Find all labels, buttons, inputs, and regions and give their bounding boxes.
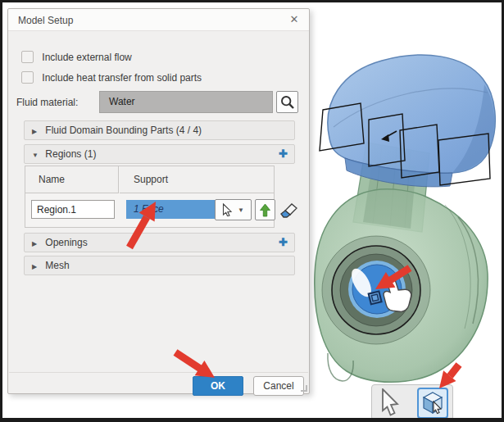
pointer-tool-icon[interactable] — [379, 388, 401, 416]
section-openings[interactable]: ▶ Openings ✚ — [24, 233, 295, 252]
section-label: Fluid Domain Bounding Parts (4 / 4) — [45, 125, 202, 136]
selection-mode-toolbar — [371, 384, 453, 420]
chevron-right-icon: ▶ — [32, 123, 43, 141]
chevron-right-icon: ▶ — [32, 235, 43, 253]
dialog-titlebar[interactable]: Model Setup ✕ — [8, 9, 309, 31]
checkbox-label: Include external flow — [42, 52, 131, 63]
chevron-down-icon: ▼ — [238, 206, 244, 214]
close-icon[interactable]: ✕ — [287, 12, 302, 27]
fluid-material-label: Fluid material: — [16, 97, 78, 108]
dialog-title: Model Setup — [18, 15, 73, 26]
select-body-tool-button[interactable] — [417, 388, 448, 419]
region-support-value[interactable]: 1 Face — [126, 200, 216, 219]
checkbox-row-external-flow[interactable]: Include external flow — [21, 51, 132, 64]
model-setup-dialog: Model Setup ✕ Include external flow Incl… — [7, 8, 310, 394]
cancel-button[interactable]: Cancel — [253, 376, 304, 396]
footer-divider — [9, 372, 308, 373]
add-region-icon[interactable]: ✚ — [279, 145, 288, 163]
app-window: Model Setup ✕ Include external flow Incl… — [0, 0, 504, 422]
clear-selection-button[interactable] — [279, 201, 298, 219]
checkbox-heat-transfer[interactable] — [21, 71, 34, 84]
section-label: Mesh — [45, 260, 69, 271]
cursor-icon — [222, 203, 233, 216]
checkbox-row-heat-transfer[interactable]: Include heat transfer from solid parts — [21, 71, 202, 84]
checkbox-label: Include heat transfer from solid parts — [42, 72, 202, 84]
search-icon — [280, 95, 295, 110]
chevron-right-icon: ▶ — [32, 258, 43, 276]
chevron-down-icon: ▼ — [32, 147, 43, 165]
model-opening[interactable] — [322, 236, 430, 344]
section-label: Regions (1) — [45, 148, 96, 160]
eraser-icon — [279, 202, 298, 218]
material-search-button[interactable] — [276, 91, 298, 113]
section-mesh[interactable]: ▶ Mesh — [24, 256, 295, 275]
column-header-name: Name — [25, 166, 119, 193]
checkbox-external-flow[interactable] — [21, 51, 34, 63]
selection-tool-dropdown[interactable]: ▼ — [215, 199, 252, 220]
model-cap — [328, 55, 495, 187]
propagate-selection-button[interactable] — [255, 199, 275, 220]
green-arrow-up-icon — [259, 203, 271, 217]
ok-button[interactable]: OK — [193, 376, 243, 396]
fluid-material-field[interactable]: Water — [99, 91, 273, 113]
column-header-support: Support — [120, 166, 274, 193]
resize-grip[interactable] — [301, 385, 307, 392]
section-bounding-parts[interactable]: ▶ Fluid Domain Bounding Parts (4 / 4) — [24, 120, 295, 140]
section-regions[interactable]: ▼ Regions (1) ✚ — [24, 144, 295, 164]
region-name-input[interactable] — [31, 200, 115, 219]
cube-select-icon — [421, 391, 444, 415]
section-label: Openings — [45, 237, 87, 248]
add-opening-icon[interactable]: ✚ — [279, 234, 288, 252]
